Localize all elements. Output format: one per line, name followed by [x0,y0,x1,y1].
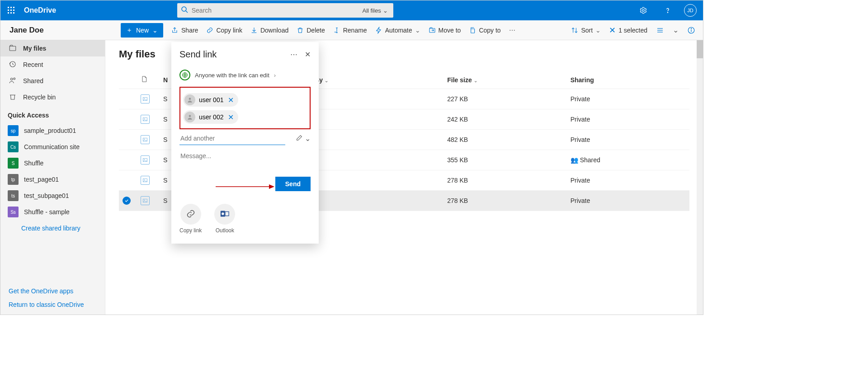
clear-selection-button[interactable]: ✕ 1 selected [609,25,647,35]
dialog-outlook-button[interactable]: Outlook [214,204,235,234]
automate-label: Automate [385,27,412,34]
quick-access-item[interactable]: tstest_subpage01 [0,188,105,204]
quick-access-title: Quick Access [0,105,105,122]
copyto-label: Copy to [479,27,500,34]
site-tile-icon: tp [8,174,19,185]
site-tile-icon: S [8,158,19,169]
scrollbar-track[interactable] [697,40,703,315]
info-icon[interactable] [687,26,696,35]
moveto-label: Move to [439,27,461,34]
recipient-chip: user 001 ✕ [183,93,238,107]
plus-icon: ＋ [126,26,132,34]
svg-rect-7 [10,12,12,14]
remove-recipient-icon[interactable]: ✕ [227,113,235,122]
chevron-right-icon: › [274,72,276,79]
sidebar-item-recycle-bin[interactable]: Recycle bin [0,89,105,105]
settings-icon[interactable] [635,2,651,19]
permissions-dropdown[interactable]: ⌄ [296,134,311,143]
copy-link-button[interactable]: Copy link [206,27,242,34]
svg-rect-21 [9,46,16,51]
image-file-icon [141,115,150,124]
search-input[interactable] [192,3,361,18]
copylink-label: Copy link [216,27,242,34]
cell-size: 278 KB [443,170,566,191]
recipient-name: user 001 [199,96,223,103]
image-file-icon [141,196,150,205]
chevron-down-icon[interactable]: ⌄ [673,26,679,34]
link-setting-label: Anyone with the link can edit [195,72,269,79]
annotation-arrow-icon [216,183,274,190]
svg-point-34 [144,179,145,180]
qa-label: Shuffle - sample [24,208,70,216]
search-box[interactable]: All files ⌄ [177,3,393,18]
cell-sharing: Private [567,130,689,150]
qa-label: test_page01 [24,176,59,183]
send-button[interactable]: Send [275,177,311,191]
qa-label: sample_product01 [24,127,76,134]
svg-marker-41 [269,184,274,189]
svg-rect-5 [13,9,14,11]
col-size[interactable]: File size [447,76,472,84]
remove-recipient-icon[interactable]: ✕ [227,96,235,104]
svg-rect-0 [8,7,9,8]
col-sharing[interactable]: Sharing [571,76,594,84]
get-apps-link[interactable]: Get the OneDrive apps [9,287,97,295]
cell-size: 482 KB [443,130,566,150]
sort-button[interactable]: Sort ⌄ [571,27,601,34]
view-options-icon[interactable] [656,26,665,35]
sidebar-item-recent[interactable]: Recent [0,56,105,73]
people-icon: 👥 [571,156,578,164]
create-shared-library-link[interactable]: Create shared library [0,220,105,236]
chevron-down-icon: ⌄ [152,27,158,34]
more-icon[interactable]: ⋯ [290,50,297,59]
image-file-icon [141,155,150,164]
site-tile-icon: sp [8,125,19,136]
close-icon[interactable]: ✕ [305,50,311,59]
quick-access-item[interactable]: SShuffle [0,155,105,171]
copy-link-label: Copy link [179,227,202,234]
account-avatar[interactable]: JD [684,4,697,17]
share-button[interactable]: Share [171,27,198,34]
add-recipient-input[interactable] [179,132,285,145]
link-icon [186,209,196,220]
message-input[interactable] [179,149,311,163]
quick-access-item[interactable]: spsample_product01 [0,122,105,139]
image-file-icon [141,94,150,103]
quick-access-item[interactable]: SsShuffle - sample [0,204,105,220]
scrollbar-thumb[interactable] [697,40,703,58]
cell-size: 242 KB [443,109,566,130]
avatar-initials: JD [687,8,693,13]
app-launcher-icon[interactable] [5,4,18,17]
download-button[interactable]: Download [250,27,288,34]
rename-button[interactable]: Rename [333,27,367,34]
image-file-icon [141,135,150,144]
more-commands-icon[interactable]: ⋯ [509,27,515,34]
sidebar: My files Recent Shared Recycle bin Quick… [0,40,105,315]
col-name[interactable]: N [163,76,168,84]
sidebar-item-shared[interactable]: Shared [0,73,105,89]
new-button[interactable]: ＋ New ⌄ [121,23,163,38]
quick-access-item[interactable]: CsCommunication site [0,139,105,155]
link-settings-button[interactable]: Anyone with the link can edit › [179,70,311,80]
copy-to-button[interactable]: Copy to [469,27,500,34]
quick-access-item[interactable]: tptest_page01 [0,171,105,188]
site-tile-icon: Ss [8,207,19,217]
svg-point-23 [11,78,13,80]
delete-button[interactable]: Delete [297,27,325,34]
sidebar-item-my-files[interactable]: My files [0,40,105,56]
classic-link[interactable]: Return to classic OneDrive [9,301,97,308]
brand-label[interactable]: OneDrive [24,6,56,14]
move-to-button[interactable]: Move to [429,27,461,34]
close-icon: ✕ [609,25,616,35]
search-scope-dropdown[interactable]: All files ⌄ [361,7,390,14]
dialog-copy-link-button[interactable]: Copy link [179,204,202,234]
help-icon[interactable] [660,2,676,19]
delete-label: Delete [307,27,325,34]
svg-point-20 [691,28,691,28]
automate-button[interactable]: Automate ⌄ [375,27,420,34]
recipient-chip: user 002 ✕ [183,110,238,124]
sidebar-item-label: Recent [23,61,43,68]
cell-sharing: Private [567,170,689,191]
cell-sharing: Private [567,89,689,109]
selected-icon[interactable] [123,197,131,205]
